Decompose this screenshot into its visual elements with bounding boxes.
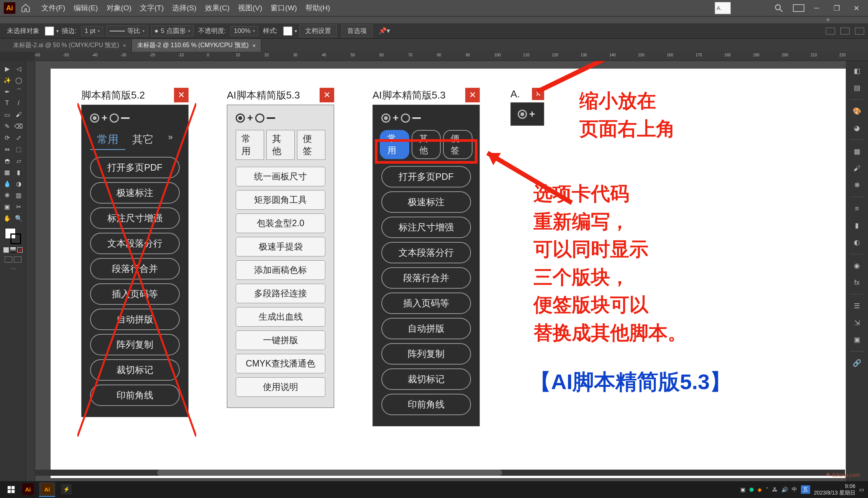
panel-action-button[interactable]: 裁切标记 [90,359,180,381]
panel-action-button[interactable]: 插入页码等 [90,283,180,305]
menu-help[interactable]: 帮助(H) [305,3,330,13]
tray-network-icon[interactable]: 🖧 [772,486,778,493]
tray-notifications-icon[interactable]: ▭ [859,486,864,493]
close-button[interactable]: ✕ [174,88,189,102]
document-tab[interactable]: 未标题-2 @ 110.65 % (CMYK/CPU 预览)× [132,39,261,52]
shaper-tool-icon[interactable]: ✎ [2,121,13,131]
fill-stroke-control[interactable] [5,228,21,244]
panel-action-button[interactable]: 文本段落分行 [381,242,471,263]
panel-action-button[interactable]: 极速手提袋 [236,237,325,256]
radio-icon[interactable] [255,113,264,123]
gradient-panel-icon[interactable]: ▮ [851,219,863,232]
mini-panel-field[interactable] [715,2,731,14]
color-mode-icon[interactable] [3,247,9,253]
more-options-icon[interactable] [855,28,864,35]
tray-ime-badge[interactable]: 五 [801,485,810,494]
pen-tool-icon[interactable]: ✒ [2,86,13,97]
panel-action-button[interactable]: 文本段落分行 [90,233,180,254]
radio-icon[interactable] [381,113,391,123]
panel-action-button[interactable]: 标注尺寸增强 [381,217,471,238]
more-icon[interactable]: » [161,130,180,150]
window-restore-icon[interactable]: ❐ [829,3,844,13]
arrange-docs-icon[interactable] [793,4,804,12]
close-button[interactable]: ✕ [465,88,480,102]
color-panel-icon[interactable]: 🎨 [851,105,863,117]
tab-notes[interactable]: 便签 [297,130,325,160]
panel-action-button[interactable]: 阵列复制 [381,343,471,365]
properties-panel-icon[interactable]: ◧ [851,65,863,77]
panel-action-button[interactable]: 多段路径连接 [236,284,325,303]
horizontal-scrollbar[interactable] [34,470,845,476]
tray-volume-icon[interactable]: 🔊 [781,486,788,493]
radio-icon[interactable] [110,113,119,123]
panel-action-button[interactable]: 添加画稿色标 [236,260,325,280]
symbols-panel-icon[interactable]: ❋ [851,179,863,191]
swatches-panel-icon[interactable]: ▦ [851,145,863,158]
preferences-button[interactable]: 首选项 [341,25,372,37]
tab-common[interactable]: 常用 [90,130,125,150]
radio-icon[interactable] [90,113,99,123]
window-close-icon[interactable]: ✕ [849,3,864,13]
tray-icon[interactable]: ⬣ [749,486,754,493]
color-guide-panel-icon[interactable]: ◕ [851,122,863,134]
curvature-tool-icon[interactable]: ⌒ [13,86,24,97]
radio-icon[interactable] [401,113,410,123]
gradient-tool-icon[interactable]: ▮ [13,167,24,178]
stroke-panel-icon[interactable]: ≡ [851,202,863,215]
menu-effect[interactable]: 效果(C) [205,3,230,13]
panel-action-button[interactable]: 印前角线 [90,385,180,406]
tray-icon[interactable]: ▣ [740,486,745,493]
lasso-tool-icon[interactable]: ◯ [13,75,24,85]
graphic-styles-panel-icon[interactable]: fx [851,276,863,289]
menu-type[interactable]: 文字(T) [140,3,164,13]
radio-icon[interactable] [236,113,245,123]
menu-file[interactable]: 文件(F) [41,3,65,13]
none-mode-icon[interactable] [17,247,23,253]
radio-icon[interactable] [518,110,527,119]
tray-icon[interactable]: ◆ [758,486,762,493]
panel-action-button[interactable]: 包装盒型2.0 [236,214,325,233]
opacity-dropdown[interactable]: 100% [230,26,258,36]
graph-tool-icon[interactable]: ▥ [13,190,24,201]
eraser-tool-icon[interactable]: ⌫ [13,121,24,131]
document-setup-button[interactable]: 文档设置 [299,25,337,37]
panel-action-button[interactable]: CMYK查找潘通色 [236,354,325,373]
start-button[interactable] [4,482,18,497]
home-icon[interactable] [21,3,31,13]
panel-action-button[interactable]: 印前角线 [381,394,471,415]
panel-action-button[interactable]: 打开多页PDF [381,166,471,187]
panel-action-button[interactable]: 矩形圆角工具 [236,190,325,210]
asset-export-panel-icon[interactable]: ⇲ [851,317,863,329]
line-tool-icon[interactable]: / [13,98,24,108]
search-icon[interactable] [774,3,784,13]
screen-mode-icon[interactable] [5,256,12,263]
width-tool-icon[interactable]: ⇔ [2,144,13,154]
tab-other[interactable]: 其它 [125,130,161,150]
close-button[interactable]: ✕ [320,88,334,102]
panel-action-button[interactable]: 自动拼版 [381,318,471,339]
close-button[interactable]: ✕ [532,88,544,100]
panel-action-button[interactable]: 阵列复制 [90,334,180,355]
stroke-profile-dropdown[interactable]: 等比 [106,25,148,36]
panel-action-button[interactable]: 段落行合并 [90,258,180,279]
chevron-down-icon[interactable]: ▾ [295,28,297,34]
transparency-panel-icon[interactable]: ◐ [851,236,863,248]
menu-object[interactable]: 对象(O) [107,3,131,13]
close-icon[interactable]: × [253,43,256,49]
eyedropper-tool-icon[interactable]: 💧 [2,178,13,189]
scale-tool-icon[interactable]: ⤢ [13,132,24,143]
free-transform-tool-icon[interactable]: ⬚ [13,144,24,154]
taskbar-app-other[interactable]: ⚡ [58,482,74,497]
taskbar-clock[interactable]: 9:06 2023/8/13 星期日 [814,483,855,496]
symbol-tool-icon[interactable]: ❋ [2,190,13,201]
edit-toolbar-icon[interactable]: ⋯ [10,265,16,272]
menu-select[interactable]: 选择(S) [172,3,196,13]
document-tab[interactable]: 未标题-2.ai @ 50 % (CMYK/CPU 预览)× [8,39,132,52]
hand-tool-icon[interactable]: ✋ [2,213,13,224]
layers-panel-icon[interactable]: ☰ [851,300,863,312]
blend-tool-icon[interactable]: ◑ [13,178,24,189]
tab-common[interactable]: 常用 [236,130,264,160]
shape-builder-tool-icon[interactable]: ◓ [2,155,13,166]
tray-chevron-icon[interactable]: ˄ [766,486,768,493]
tray-ime-icon[interactable]: 中 [792,486,797,493]
